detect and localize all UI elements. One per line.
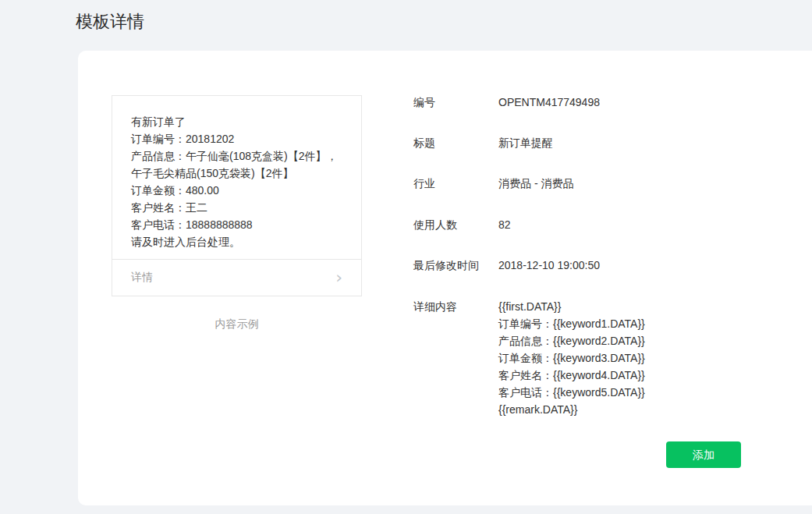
preview-detail-label: 详情 xyxy=(131,271,153,285)
preview-detail-row: 详情 › xyxy=(112,259,361,295)
template-detail-page: 模板详情 有新订单了 订单编号：20181202 产品信息：午子仙毫(108克盒… xyxy=(0,0,812,514)
content-line-keyword1: 订单编号：{{keyword1.DATA}} xyxy=(498,315,645,332)
content-line-remark: {{remark.DATA}} xyxy=(498,401,645,418)
field-row-industry: 行业 消费品 - 消费品 xyxy=(413,177,573,190)
field-row-content: 详细内容 {{first.DATA}} 订单编号：{{keyword1.DATA… xyxy=(413,300,645,418)
preview-line-amount: 订单金额：480.00 xyxy=(131,182,342,199)
page-title: 模板详情 xyxy=(76,10,144,34)
content-line-keyword2: 产品信息：{{keyword2.DATA}} xyxy=(498,332,645,349)
preview-line-customer-name: 客户姓名：王二 xyxy=(131,199,342,216)
field-label-user-count: 使用人数 xyxy=(413,218,498,231)
content-line-keyword5: 客户电话：{{keyword5.DATA}} xyxy=(498,384,645,401)
field-label-id: 编号 xyxy=(413,96,498,108)
preview-line-first: 有新订单了 xyxy=(131,113,342,130)
field-row-title: 标题 新订单提醒 xyxy=(413,136,553,149)
field-value-content: {{first.DATA}} 订单编号：{{keyword1.DATA}} 产品… xyxy=(498,298,645,418)
field-label-modified-time: 最后修改时间 xyxy=(413,259,498,271)
add-button[interactable]: 添加 xyxy=(666,441,741,468)
content-line-keyword3: 订单金额：{{keyword3.DATA}} xyxy=(498,349,645,367)
content-line-keyword4: 客户姓名：{{keyword4.DATA}} xyxy=(498,367,645,384)
field-row-user-count: 使用人数 82 xyxy=(413,218,511,231)
chevron-right-icon: › xyxy=(335,269,342,286)
preview-line-remark: 请及时进入后台处理。 xyxy=(131,233,342,250)
field-value-title: 新订单提醒 xyxy=(498,136,553,149)
preview-line-order-no: 订单编号：20181202 xyxy=(131,130,342,147)
template-preview-card: 有新订单了 订单编号：20181202 产品信息：午子仙毫(108克盒装)【2件… xyxy=(112,95,362,296)
preview-caption: 内容示例 xyxy=(112,317,362,331)
field-value-industry: 消费品 - 消费品 xyxy=(498,177,573,190)
field-label-content: 详细内容 xyxy=(413,300,498,418)
preview-line-customer-phone: 客户电话：18888888888 xyxy=(131,216,342,233)
field-label-industry: 行业 xyxy=(413,177,498,190)
field-row-id: 编号 OPENTM417749498 xyxy=(413,96,600,108)
preview-line-product-info-2: 午子毛尖精品(150克袋装)【2件】 xyxy=(131,165,342,182)
content-line-first: {{first.DATA}} xyxy=(498,298,645,315)
preview-line-product-info: 产品信息：午子仙毫(108克盒装)【2件】， xyxy=(131,147,342,165)
field-label-title: 标题 xyxy=(413,136,498,149)
content-panel: 有新订单了 订单编号：20181202 产品信息：午子仙毫(108克盒装)【2件… xyxy=(78,51,812,505)
field-row-modified-time: 最后修改时间 2018-12-10 19:00:50 xyxy=(413,259,600,271)
field-value-modified-time: 2018-12-10 19:00:50 xyxy=(498,259,600,271)
preview-message-body: 有新订单了 订单编号：20181202 产品信息：午子仙毫(108克盒装)【2件… xyxy=(112,96,361,259)
field-value-id: OPENTM417749498 xyxy=(498,96,600,108)
field-value-user-count: 82 xyxy=(498,218,511,231)
